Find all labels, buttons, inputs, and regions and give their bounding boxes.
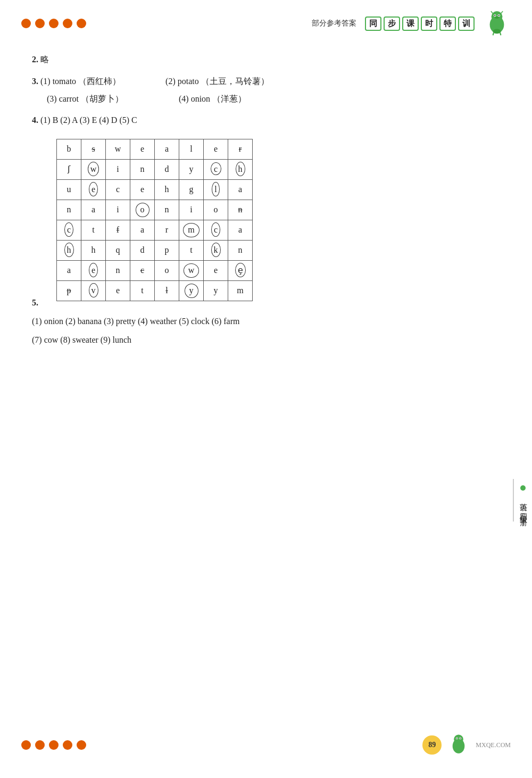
grid-row-1: ʃ w i n d y c h [57,160,253,180]
q3-line2: (3) carrot （胡萝卜） (4) onion （洋葱） [47,92,500,107]
word-search-grid-wrapper: b s w e a l e r ʃ w i n [56,139,253,301]
cell-4-2: f [106,220,130,241]
cell-1-7: h [228,160,253,180]
cell-3-5: i [179,200,204,220]
cell-6-2: n [106,261,130,281]
cell-6-4: o [155,261,179,281]
q3-item2-en: potato [178,77,201,86]
cell-1-2: i [106,160,130,180]
cell-7-5: y [179,281,204,301]
q4-answer: (1) B (2) A (3) E (4) D (5) C [40,115,137,125]
header-right-section: 部分参考答案 同 步 课 时 特 训 [312,10,511,37]
mascot-icon [483,10,511,37]
cell-6-5: w [179,261,204,281]
cell-7-2: e [106,281,130,301]
cell-2-4: h [155,180,179,200]
tag-bu: 步 [384,16,400,31]
cell-5-6: k [204,241,228,261]
cell-3-7: n [228,200,253,220]
svg-point-16 [456,738,458,739]
cell-7-0: p [57,281,81,301]
grid-row-7: p v e t l y y m [57,281,253,301]
cell-5-1: h [81,241,106,261]
grid-row-4: c t f a r m c a [57,220,253,241]
sidebar-subject: 英语 [517,497,529,499]
bottom-circle-4 [63,740,72,750]
tag-te: 特 [439,16,456,31]
grid-row-3: n a i o n i o n [57,200,253,220]
circle-5 [77,19,86,28]
cell-0-3: e [130,139,155,160]
q5-answers-line2: (7) cow (8) sweater (9) lunch [32,333,500,348]
q3-item4-zh: （洋葱） [212,94,246,103]
circle-2 [35,19,45,28]
tag-xun: 训 [458,16,475,31]
word-search-table: b s w e a l e r ʃ w i n [56,139,253,301]
q5-label: 5. [32,298,38,307]
question-3: 3. (1) tomato （西红柿） (2) potato （土豆，马铃薯） … [32,74,500,107]
q3-line1: 3. (1) tomato （西红柿） (2) potato （土豆，马铃薯） [32,74,500,89]
cell-4-6: c [204,220,228,241]
question-2: 2. 略 [32,52,500,68]
svg-line-11 [500,32,501,35]
cell-4-7: a [228,220,253,241]
svg-line-8 [501,11,503,13]
q3-item3-zh: （胡萝卜） [81,94,123,103]
cell-0-1: s [81,139,106,160]
cell-0-2: w [106,139,130,160]
watermark-text: MXQE.COM [476,741,511,749]
cell-5-3: d [130,241,155,261]
svg-point-13 [454,735,464,744]
cell-0-7: r [228,139,253,160]
main-content: 2. 略 3. (1) tomato （西红柿） (2) potato （土豆，… [0,43,532,365]
bottom-circle-2 [35,740,45,750]
q3-item4-en: onion [191,94,212,103]
cell-1-0: ʃ [57,160,81,180]
cell-3-2: i [106,200,130,220]
circle-4 [63,19,72,28]
page-header: 部分参考答案 同 步 课 时 特 训 [0,0,532,43]
cell-7-4: l [155,281,179,301]
cell-2-2: c [106,180,130,200]
sidebar-dot [520,485,526,491]
cell-2-6: l [204,180,228,200]
cell-3-4: n [155,200,179,220]
q4-label: 4. [32,115,40,125]
bottom-bar: 89 MXQE.COM [0,733,532,757]
q3-item4-num: (4) [179,94,191,103]
cell-2-5: g [179,180,204,200]
page-number: 89 [422,735,442,755]
circle-1 [21,19,31,28]
cell-4-4: r [155,220,179,241]
q3-item3-en: carrot [59,94,81,103]
cell-7-1: v [81,281,106,301]
grid-row-6: a e n c o w e ȩ [57,261,253,281]
q3-item1-en: tomato [53,77,78,86]
q3-label: 3. [32,77,40,86]
cell-6-3: c [130,261,155,281]
sidebar: 英语 四年级（下册） [513,479,532,522]
svg-point-5 [498,15,500,16]
q3-item2-num: (2) [165,77,178,86]
q3-item1-num: (1) [40,77,53,86]
cell-1-1: w [81,160,106,180]
bottom-right: 89 MXQE.COM [422,733,511,757]
cell-0-5: l [179,139,204,160]
cell-5-0: h [57,241,81,261]
svg-point-4 [494,15,495,16]
question-4: 4. (1) B (2) A (3) E (4) D (5) C [32,113,500,128]
tag-shi: 时 [421,16,437,31]
cell-5-2: q [106,241,130,261]
tag-ke: 课 [402,16,419,31]
q3-item3-num: (3) [47,94,59,103]
cell-2-1: e [81,180,106,200]
svg-line-10 [493,32,494,35]
cell-1-6: c [204,160,228,180]
grid-row-5: h h q d p t k n [57,241,253,261]
cell-1-4: d [155,160,179,180]
tag-box: 同 步 课 时 特 训 [364,16,476,31]
cell-6-1: e [81,261,106,281]
header-label: 部分参考答案 [312,19,356,28]
cell-4-1: t [81,220,106,241]
circle-3 [49,19,59,28]
